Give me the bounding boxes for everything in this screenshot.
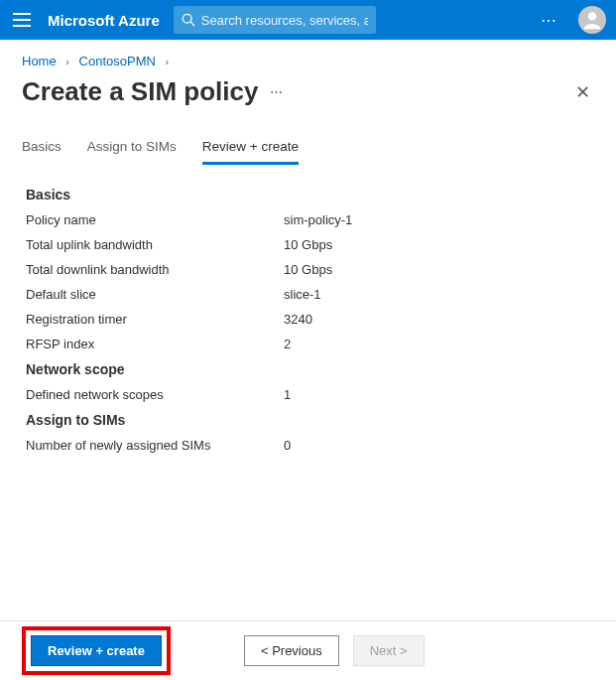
- value-policy-name: sim-policy-1: [284, 212, 352, 227]
- row-downlink: Total downlink bandwidth 10 Gbps: [26, 262, 590, 277]
- row-rfsp-index: RFSP index 2: [26, 337, 590, 351]
- breadcrumb: Home › ContosoPMN ›: [0, 40, 616, 74]
- row-policy-name: Policy name sim-policy-1: [26, 212, 590, 227]
- row-registration-timer: Registration timer 3240: [26, 312, 590, 327]
- next-button: Next >: [353, 635, 425, 666]
- label-defined-scopes: Defined network scopes: [26, 387, 284, 402]
- previous-button[interactable]: < Previous: [244, 635, 339, 666]
- page-more-icon[interactable]: ⋯: [270, 84, 285, 99]
- label-policy-name: Policy name: [26, 212, 284, 227]
- search-icon: [182, 13, 195, 27]
- user-avatar[interactable]: [578, 6, 606, 34]
- row-uplink: Total uplink bandwidth 10 Gbps: [26, 237, 590, 252]
- value-registration-timer: 3240: [284, 312, 312, 327]
- footer-bar: Review + create < Previous Next >: [0, 620, 616, 680]
- tab-assign-to-sims[interactable]: Assign to SIMs: [87, 139, 177, 165]
- search-input[interactable]: [201, 13, 368, 28]
- breadcrumb-home[interactable]: Home: [22, 54, 57, 68]
- row-default-slice: Default slice slice-1: [26, 287, 590, 302]
- label-newly-assigned: Number of newly assigned SIMs: [26, 438, 284, 453]
- label-default-slice: Default slice: [26, 287, 284, 302]
- svg-line-4: [190, 22, 194, 26]
- search-box[interactable]: [174, 6, 376, 34]
- review-content: Basics Policy name sim-policy-1 Total up…: [0, 165, 616, 453]
- page-title: Create a SIM policy: [22, 76, 258, 107]
- value-uplink: 10 Gbps: [284, 237, 332, 252]
- svg-point-5: [588, 12, 596, 20]
- label-downlink: Total downlink bandwidth: [26, 262, 284, 277]
- more-menu-icon[interactable]: ⋯: [535, 11, 564, 30]
- top-bar: Microsoft Azure ⋯: [0, 0, 616, 40]
- section-heading-network-scope: Network scope: [26, 361, 590, 377]
- svg-point-3: [183, 14, 191, 23]
- row-defined-scopes: Defined network scopes 1: [26, 387, 590, 402]
- breadcrumb-parent[interactable]: ContosoPMN: [79, 54, 156, 68]
- section-heading-assign: Assign to SIMs: [26, 412, 590, 428]
- row-newly-assigned: Number of newly assigned SIMs 0: [26, 438, 590, 453]
- value-defined-scopes: 1: [284, 387, 291, 402]
- chevron-right-icon: ›: [166, 56, 170, 68]
- label-registration-timer: Registration timer: [26, 312, 284, 327]
- chevron-right-icon: ›: [65, 56, 69, 68]
- label-rfsp-index: RFSP index: [26, 337, 284, 351]
- review-create-button[interactable]: Review + create: [31, 635, 162, 666]
- close-icon[interactable]: ✕: [570, 81, 594, 103]
- tab-basics[interactable]: Basics: [22, 139, 62, 165]
- tab-bar: Basics Assign to SIMs Review + create: [0, 125, 616, 165]
- menu-icon[interactable]: [6, 0, 38, 40]
- title-row: Create a SIM policy ⋯ ✕: [0, 74, 616, 125]
- brand-label: Microsoft Azure: [48, 12, 160, 29]
- label-uplink: Total uplink bandwidth: [26, 237, 284, 252]
- section-heading-basics: Basics: [26, 187, 590, 203]
- value-downlink: 10 Gbps: [284, 262, 332, 277]
- highlight-box: Review + create: [22, 626, 171, 675]
- value-rfsp-index: 2: [284, 337, 291, 351]
- tab-review-create[interactable]: Review + create: [202, 139, 299, 165]
- value-newly-assigned: 0: [284, 438, 291, 453]
- value-default-slice: slice-1: [284, 287, 321, 302]
